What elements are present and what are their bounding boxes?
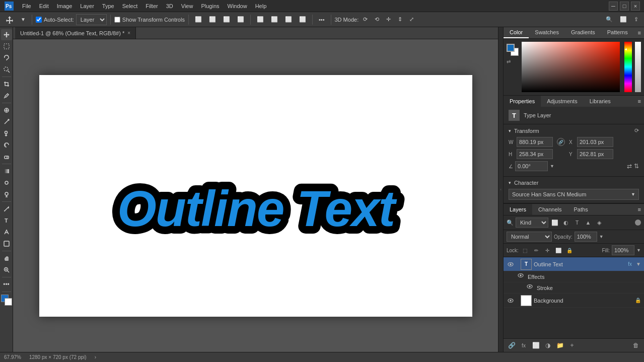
width-input[interactable]: [517, 137, 553, 147]
height-input[interactable]: [517, 149, 553, 159]
menu-plugins[interactable]: Plugins: [197, 2, 223, 10]
close-button[interactable]: ×: [631, 2, 640, 11]
layer-mask-btn[interactable]: ⬜: [531, 340, 541, 350]
search-btn[interactable]: 🔍: [603, 15, 615, 24]
more-options[interactable]: •••: [316, 16, 327, 24]
workspace-btn[interactable]: ⬜: [617, 15, 629, 24]
tab-libraries[interactable]: Libraries: [584, 96, 617, 107]
canvas-container[interactable]: .outline-txt { font-family: 'Arial Round…: [13, 39, 498, 352]
tab-close-button[interactable]: ×: [127, 30, 130, 36]
auto-select-checkbox[interactable]: [36, 17, 42, 23]
link-icon[interactable]: 🔗: [557, 138, 565, 146]
lock-transparent-btn[interactable]: ⬚: [521, 246, 530, 255]
share-btn[interactable]: ⇪: [631, 15, 641, 24]
healing-brush[interactable]: [1, 105, 12, 116]
eraser-tool[interactable]: [1, 151, 12, 162]
flip-v-btn[interactable]: ⇅: [634, 163, 639, 170]
angle-dropdown[interactable]: ▼: [550, 164, 554, 169]
pen-tool[interactable]: [1, 203, 12, 214]
menu-image[interactable]: Image: [53, 2, 77, 10]
align-v-top[interactable]: ⬜: [282, 15, 295, 24]
color-selector[interactable]: [1, 295, 12, 306]
align-h-center[interactable]: ⬜: [297, 15, 309, 24]
tab-adjustments[interactable]: Adjustments: [541, 96, 584, 107]
tab-properties[interactable]: Properties: [504, 96, 541, 107]
menu-3d[interactable]: 3D: [162, 2, 177, 10]
filter-type-icon[interactable]: T: [573, 218, 582, 227]
filter-smart-icon[interactable]: ◈: [595, 218, 604, 227]
y-input[interactable]: [577, 149, 613, 159]
effects-eye[interactable]: [518, 273, 526, 281]
color-gradient-box[interactable]: [522, 42, 620, 92]
marquee-tool[interactable]: [1, 41, 12, 52]
lock-position-btn[interactable]: ✛: [543, 246, 552, 255]
filter-kind-select[interactable]: Kind: [516, 218, 548, 228]
layer-new-btn[interactable]: +: [567, 340, 577, 350]
properties-more[interactable]: ≡: [635, 96, 644, 107]
lock-paint-btn[interactable]: ✏: [532, 246, 541, 255]
panel-collapse-handle[interactable]: ‹: [498, 27, 503, 352]
background-visibility[interactable]: [507, 297, 515, 305]
path-selection-tool[interactable]: [1, 227, 12, 238]
lock-artboard-btn[interactable]: ⬜: [554, 246, 563, 255]
filter-pixel-icon[interactable]: ⬜: [550, 218, 559, 227]
shape-tool[interactable]: [1, 238, 12, 249]
history-brush[interactable]: [1, 139, 12, 151]
quick-selection-tool[interactable]: [1, 64, 12, 75]
character-font-dropdown[interactable]: Source Han Sans CN Medium ▼: [509, 189, 639, 200]
3d-scale[interactable]: ⤢: [407, 15, 416, 24]
3d-pan[interactable]: ✛: [384, 15, 393, 24]
collapse-arrow-outline[interactable]: ▼: [636, 261, 641, 267]
tab-patterns[interactable]: Patterns: [601, 27, 634, 38]
menu-view[interactable]: View: [177, 2, 197, 10]
status-arrow[interactable]: ›: [95, 354, 96, 360]
menu-help[interactable]: Help: [251, 2, 271, 10]
3d-slide[interactable]: ⇕: [395, 15, 405, 24]
transform-refresh[interactable]: ⟳: [634, 127, 639, 134]
document-tab[interactable]: Untitled-1 @ 68% (Outline Text, RGB/8#) …: [15, 27, 136, 39]
swap-colors-icon[interactable]: ⇄: [507, 59, 519, 64]
layer-group-btn[interactable]: 📁: [555, 340, 565, 350]
lasso-tool[interactable]: [1, 52, 12, 63]
layers-more[interactable]: ≡: [635, 204, 644, 215]
background-color[interactable]: [5, 298, 12, 306]
layer-delete-btn[interactable]: 🗑: [631, 340, 641, 350]
blend-mode-select[interactable]: Normal Multiply Screen: [507, 232, 552, 242]
align-v-center[interactable]: ⬜: [254, 15, 266, 24]
blur-tool[interactable]: [1, 177, 12, 188]
align-center-h[interactable]: ⬜: [206, 15, 219, 24]
effects-row[interactable]: Effects: [504, 271, 644, 282]
tab-layers[interactable]: Layers: [504, 204, 532, 215]
flip-h-btn[interactable]: ⇄: [627, 163, 632, 170]
menu-filter[interactable]: Filter: [141, 2, 162, 10]
background-layer[interactable]: Background 🔒: [504, 294, 644, 308]
align-left[interactable]: ⬜: [192, 15, 204, 24]
stroke-row[interactable]: Stroke: [504, 282, 644, 294]
tab-color[interactable]: Color: [504, 27, 529, 38]
character-header[interactable]: ▾ Character: [509, 180, 639, 186]
fg-bg-switcher[interactable]: [507, 44, 519, 57]
align-right[interactable]: ⬜: [221, 15, 233, 24]
angle-input[interactable]: [515, 161, 548, 171]
tab-channels[interactable]: Channels: [532, 204, 567, 215]
show-transform-label[interactable]: Show Transform Controls: [114, 17, 185, 23]
foreground-swatch[interactable]: [507, 44, 515, 52]
3d-roll[interactable]: ⟲: [372, 15, 382, 24]
filter-adjust-icon[interactable]: ◐: [561, 218, 570, 227]
opacity-input[interactable]: [575, 232, 597, 242]
fill-input[interactable]: [612, 245, 634, 255]
maximize-button[interactable]: □: [620, 2, 629, 11]
x-input[interactable]: [577, 137, 613, 147]
opacity-arrow[interactable]: ▼: [599, 234, 604, 239]
transform-header[interactable]: ▾ Transform ⟳: [509, 127, 639, 134]
tab-paths[interactable]: Paths: [568, 204, 594, 215]
gradient-tool[interactable]: [1, 166, 12, 177]
menu-type[interactable]: Type: [98, 2, 118, 10]
filter-shape-icon[interactable]: ▲: [584, 218, 593, 227]
align-v-bottom[interactable]: ⬜: [268, 15, 280, 24]
minimize-button[interactable]: ─: [609, 2, 618, 11]
clone-stamp[interactable]: [1, 128, 12, 139]
outline-text-layer[interactable]: T Outline Text fx ▼: [504, 257, 644, 271]
stroke-eye[interactable]: [527, 284, 535, 292]
crop-tool[interactable]: [1, 79, 12, 90]
